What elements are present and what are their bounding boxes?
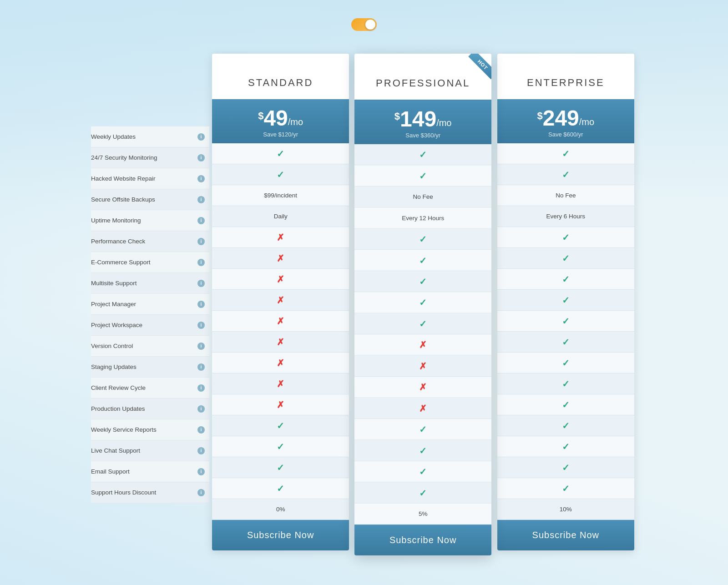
cell-text-professional-3: Every 12 Hours bbox=[402, 215, 444, 222]
info-icon-8[interactable]: i bbox=[197, 301, 205, 308]
info-icon-2[interactable]: i bbox=[197, 175, 205, 182]
info-icon-9[interactable]: i bbox=[197, 322, 205, 329]
plan-cell-enterprise-16: ✓ bbox=[497, 478, 634, 499]
plan-cell-professional-1: ✓ bbox=[354, 165, 491, 186]
plan-cell-enterprise-13: ✓ bbox=[497, 415, 634, 436]
info-icon-1[interactable]: i bbox=[197, 154, 205, 161]
plan-price-block-enterprise: $ 249 /mo Save $600/yr bbox=[497, 99, 634, 143]
feature-label-3: Secure Offsite Backupsi bbox=[91, 189, 209, 210]
check-yes-icon: ✓ bbox=[419, 424, 427, 435]
check-yes-icon: ✓ bbox=[277, 148, 284, 159]
price-save-standard: Save $120/yr bbox=[217, 131, 344, 138]
feature-name-7: Multisite Support bbox=[91, 280, 195, 287]
check-no-icon: ✗ bbox=[419, 403, 427, 414]
feature-label-13: Production Updatesi bbox=[91, 398, 209, 419]
plan-cell-enterprise-5: ✓ bbox=[497, 248, 634, 269]
check-yes-icon: ✓ bbox=[419, 487, 427, 498]
subscribe-button-enterprise[interactable]: Subscribe Now bbox=[497, 520, 634, 550]
hot-badge-professional bbox=[460, 54, 492, 86]
check-yes-icon: ✓ bbox=[562, 274, 570, 285]
info-icon-11[interactable]: i bbox=[197, 363, 205, 371]
info-icon-7[interactable]: i bbox=[197, 280, 205, 287]
plan-cell-professional-17: 5% bbox=[354, 504, 491, 524]
check-yes-icon: ✓ bbox=[562, 399, 570, 410]
check-no-icon: ✗ bbox=[277, 337, 284, 348]
check-no-icon: ✗ bbox=[419, 382, 427, 393]
check-yes-icon: ✓ bbox=[562, 148, 570, 159]
plan-price-standard: $ 49 /mo bbox=[217, 107, 344, 129]
plan-cell-standard-17: 0% bbox=[212, 499, 349, 520]
plan-cell-enterprise-10: ✓ bbox=[497, 353, 634, 373]
check-yes-icon: ✓ bbox=[419, 170, 427, 181]
plan-price-professional: $ 149 /mo bbox=[359, 108, 487, 130]
plan-cell-standard-2: $99/incident bbox=[212, 185, 349, 206]
plan-name-enterprise: ENTERPRISE bbox=[527, 77, 605, 89]
plan-cell-enterprise-0: ✓ bbox=[497, 143, 634, 164]
info-icon-13[interactable]: i bbox=[197, 405, 205, 413]
plan-cell-enterprise-4: ✓ bbox=[497, 227, 634, 248]
plan-cell-standard-8: ✗ bbox=[212, 311, 349, 332]
info-icon-4[interactable]: i bbox=[197, 217, 205, 224]
cell-text-standard-2: $99/incident bbox=[264, 192, 297, 199]
info-icon-16[interactable]: i bbox=[197, 468, 205, 475]
check-yes-icon: ✓ bbox=[562, 169, 570, 180]
check-no-icon: ✗ bbox=[277, 295, 284, 306]
cell-text-professional-2: No Fee bbox=[413, 193, 433, 200]
feature-label-0: Weekly Updatesi bbox=[91, 126, 209, 147]
check-no-icon: ✗ bbox=[277, 358, 284, 368]
subscribe-button-standard[interactable]: Subscribe Now bbox=[212, 520, 349, 550]
price-dollar-standard: $ bbox=[258, 111, 263, 121]
info-icon-10[interactable]: i bbox=[197, 343, 205, 350]
subscribe-button-professional[interactable]: Subscribe Now bbox=[354, 524, 491, 555]
price-amount-standard: 49 bbox=[263, 107, 288, 129]
check-no-icon: ✗ bbox=[419, 339, 427, 350]
billing-toggle-row bbox=[343, 18, 385, 31]
info-icon-3[interactable]: i bbox=[197, 196, 205, 203]
info-icon-6[interactable]: i bbox=[197, 259, 205, 266]
check-yes-icon: ✓ bbox=[562, 253, 570, 264]
feature-name-16: Email Support bbox=[91, 468, 195, 475]
info-icon-17[interactable]: i bbox=[197, 489, 205, 496]
plan-cell-enterprise-1: ✓ bbox=[497, 164, 634, 185]
feature-name-17: Support Hours Discount bbox=[91, 489, 195, 496]
plan-price-block-standard: $ 49 /mo Save $120/yr bbox=[212, 99, 349, 143]
check-yes-icon: ✓ bbox=[562, 337, 570, 348]
info-icon-12[interactable]: i bbox=[197, 384, 205, 392]
check-yes-icon: ✓ bbox=[277, 169, 284, 180]
check-no-icon: ✗ bbox=[277, 316, 284, 327]
price-amount-enterprise: 249 bbox=[543, 107, 579, 129]
plan-name-standard: STANDARD bbox=[248, 77, 313, 89]
plan-cell-enterprise-3: Every 6 Hours bbox=[497, 206, 634, 227]
check-yes-icon: ✓ bbox=[562, 420, 570, 431]
check-no-icon: ✗ bbox=[277, 274, 284, 285]
feature-name-9: Project Workspace bbox=[91, 322, 195, 328]
plan-cell-standard-4: ✗ bbox=[212, 227, 349, 248]
plan-cell-professional-3: Every 12 Hours bbox=[354, 207, 491, 228]
plan-cell-professional-2: No Fee bbox=[354, 187, 491, 207]
feature-name-8: Project Manager bbox=[91, 301, 195, 308]
check-yes-icon: ✓ bbox=[562, 483, 570, 494]
plan-cell-standard-12: ✗ bbox=[212, 394, 349, 415]
plan-cell-enterprise-8: ✓ bbox=[497, 311, 634, 332]
billing-toggle[interactable] bbox=[351, 18, 377, 31]
price-amount-professional: 149 bbox=[400, 108, 436, 130]
info-icon-5[interactable]: i bbox=[197, 238, 205, 245]
price-period-professional: /mo bbox=[436, 118, 451, 127]
plan-col-professional: PROFESSIONAL $ 149 /mo Save $360/yr ✓✓No… bbox=[354, 54, 491, 555]
feature-name-11: Staging Updates bbox=[91, 363, 195, 370]
feature-name-5: Performance Check bbox=[91, 238, 195, 245]
info-icon-15[interactable]: i bbox=[197, 447, 205, 454]
plan-cell-professional-9: ✗ bbox=[354, 334, 491, 355]
plan-cell-professional-7: ✓ bbox=[354, 292, 491, 313]
plan-cell-professional-4: ✓ bbox=[354, 229, 491, 250]
check-no-icon: ✗ bbox=[277, 232, 284, 243]
cell-text-enterprise-2: No Fee bbox=[556, 192, 576, 199]
plan-col-standard: STANDARD $ 49 /mo Save $120/yr ✓✓$99/inc… bbox=[212, 54, 349, 550]
plan-cell-standard-3: Daily bbox=[212, 206, 349, 227]
info-icon-0[interactable]: i bbox=[197, 133, 205, 141]
check-yes-icon: ✓ bbox=[419, 297, 427, 308]
check-yes-icon: ✓ bbox=[419, 466, 427, 477]
info-icon-14[interactable]: i bbox=[197, 426, 205, 434]
plan-header-standard: STANDARD bbox=[212, 54, 349, 99]
check-yes-icon: ✓ bbox=[562, 316, 570, 327]
